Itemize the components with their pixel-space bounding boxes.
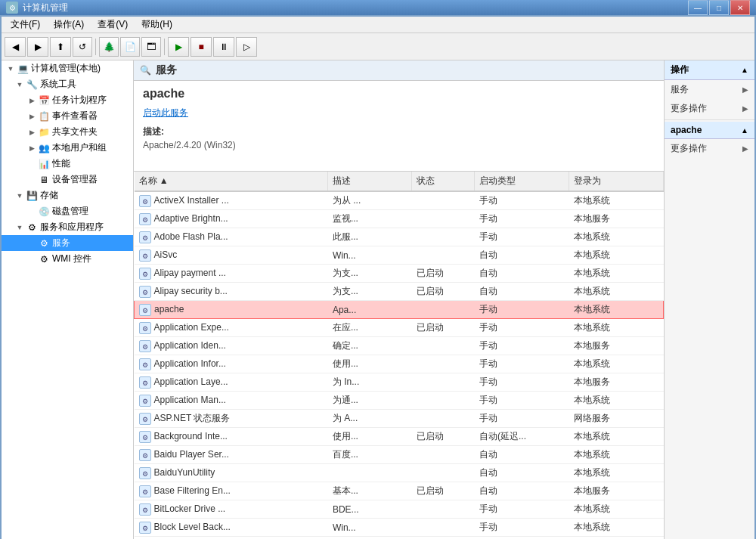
tree-item-wmi[interactable]: ⚙ WMI 控件: [2, 251, 133, 267]
stop-button[interactable]: ■: [191, 37, 212, 57]
tree-item-root[interactable]: ▼ 💻 计算机管理(本地): [2, 60, 133, 76]
system-tools-icon: 🔧: [26, 79, 38, 91]
col-status[interactable]: 状态: [412, 172, 475, 191]
show-hide-tree[interactable]: 🌲: [99, 37, 119, 57]
table-row[interactable]: ⚙Alipay payment ...为支...已启动自动本地系统: [135, 265, 664, 283]
tree-item-task-scheduler[interactable]: ▶ 📅 任务计划程序: [2, 92, 133, 108]
main-window: 文件(F) 操作(A) 查看(V) 帮助(H) ◀ ▶ ⬆ ↺ 🌲 📄 🗔 ▶ …: [0, 15, 756, 539]
service-starttype-cell: 手动: [475, 319, 569, 337]
menu-help[interactable]: 帮助(H): [135, 17, 178, 33]
table-row[interactable]: ⚙Alipay security b...为支...已启动自动本地系统: [135, 283, 664, 301]
col-desc[interactable]: 描述: [328, 172, 412, 191]
forward-button[interactable]: ▶: [27, 37, 48, 57]
menu-file[interactable]: 文件(F): [5, 17, 46, 33]
table-row[interactable]: ⚙Application Expe...在应...已启动手动本地系统: [135, 319, 664, 337]
up-button[interactable]: ⬆: [50, 37, 71, 57]
service-status-cell: 已启动: [412, 265, 475, 283]
service-name-cell: ⚙Background Inte...: [135, 428, 328, 446]
service-row-icon: ⚙: [139, 376, 151, 389]
table-row[interactable]: ⚙Application Man...为通...手动本地系统: [135, 392, 664, 410]
table-row[interactable]: ⚙Bluetooth Supp...Blue...手动本地服务: [135, 537, 664, 540]
col-starttype[interactable]: 启动类型: [475, 172, 569, 191]
minimize-button[interactable]: —: [688, 0, 708, 15]
tree-item-event-viewer[interactable]: ▶ 📋 事件查看器: [2, 108, 133, 124]
service-status-cell: [412, 446, 475, 464]
resume-button[interactable]: ▷: [236, 37, 257, 57]
service-starttype-cell: 手动: [475, 191, 569, 210]
service-name-cell: ⚙Adobe Flash Pla...: [135, 228, 328, 246]
shared-label: 共享文件夹: [52, 125, 98, 138]
service-starttype-cell: 手动: [475, 410, 569, 428]
tree-item-system-tools[interactable]: ▼ 🔧 系统工具: [2, 76, 133, 92]
service-row-icon: ⚙: [139, 322, 151, 334]
service-status-cell: [412, 246, 475, 265]
service-status-cell: [412, 191, 475, 210]
task-icon: 📅: [38, 94, 50, 107]
service-starttype-cell: 手动: [475, 537, 569, 540]
service-row-icon: ⚙: [139, 449, 151, 461]
table-row[interactable]: ⚙Application Laye...为 In...手动本地服务: [135, 373, 664, 392]
service-name-cell: ⚙apache: [135, 301, 328, 319]
col-logon[interactable]: 登录为: [569, 172, 664, 191]
table-row[interactable]: ⚙BaiduYunUtility自动本地系统: [135, 464, 664, 482]
service-logon-cell: 本地系统: [569, 392, 664, 410]
back-button[interactable]: ◀: [5, 37, 26, 57]
table-row[interactable]: ⚙ASP.NET 状态服务为 A...手动网络服务: [135, 410, 664, 428]
desc-label: 描述:: [143, 125, 655, 138]
service-desc-cell: 监视...: [328, 210, 412, 228]
menu-view[interactable]: 查看(V): [91, 17, 134, 33]
service-name-cell: ⚙Application Expe...: [135, 319, 328, 337]
right-section-apache-header: apache ▲: [665, 122, 754, 139]
menu-action[interactable]: 操作(A): [48, 17, 90, 33]
toolbar: ◀ ▶ ⬆ ↺ 🌲 📄 🗔 ▶ ■ ⏸ ▷: [2, 33, 754, 60]
service-row-icon: ⚙: [139, 268, 151, 280]
right-action-more-2[interactable]: 更多操作 ▶: [665, 139, 754, 158]
maximize-button[interactable]: □: [709, 0, 729, 15]
expand-shared: ▶: [26, 126, 38, 138]
tree-item-local-users[interactable]: ▶ 👥 本地用户和组: [2, 140, 133, 156]
tree-item-services-apps[interactable]: ▼ ⚙ 服务和应用程序: [2, 219, 133, 235]
service-starttype-cell: 手动: [475, 392, 569, 410]
table-row[interactable]: ⚙Adaptive Brightn...监视...手动本地服务: [135, 210, 664, 228]
service-logon-cell: 本地系统: [569, 265, 664, 283]
table-row[interactable]: ⚙Background Inte...使用...已启动自动(延迟...本地系统: [135, 428, 664, 446]
tree-item-disk-mgmt[interactable]: 💿 磁盘管理: [2, 203, 133, 219]
service-starttype-cell: 自动: [475, 246, 569, 265]
col-name[interactable]: 名称 ▲: [135, 172, 328, 191]
table-row[interactable]: ⚙AiSvcWin...自动本地系统: [135, 246, 664, 265]
services-arrow-icon: ▶: [742, 85, 748, 94]
table-row[interactable]: ⚙Baidu Player Ser...百度...自动本地系统: [135, 446, 664, 464]
table-row[interactable]: ⚙Application Iden...确定...手动本地服务: [135, 337, 664, 355]
table-row[interactable]: ⚙ActiveX Installer ...为从 ...手动本地系统: [135, 191, 664, 210]
table-row[interactable]: ⚙Base Filtering En...基本...已启动自动本地服务: [135, 482, 664, 500]
play-button[interactable]: ▶: [168, 37, 189, 57]
service-status-cell: [412, 392, 475, 410]
service-status-cell: 已启动: [412, 428, 475, 446]
service-logon-cell: 本地服务: [569, 337, 664, 355]
actions-chevron: ▲: [741, 66, 748, 74]
right-apache-title: apache: [671, 125, 702, 135]
table-row[interactable]: ⚙Application Infor...使用...手动本地系统: [135, 355, 664, 373]
right-action-more-1[interactable]: 更多操作 ▶: [665, 99, 754, 118]
event-icon: 📋: [38, 110, 50, 122]
table-row[interactable]: ⚙apacheApa...手动本地系统: [135, 301, 664, 319]
table-row[interactable]: ⚙Block Level Back...Win...手动本地系统: [135, 519, 664, 537]
start-service-link[interactable]: 启动此服务: [143, 107, 188, 118]
pause-button[interactable]: ⏸: [213, 37, 234, 57]
refresh-button[interactable]: ↺: [73, 37, 92, 57]
tree-item-performance[interactable]: 📊 性能: [2, 156, 133, 172]
tree-item-shared-folder[interactable]: ▶ 📁 共享文件夹: [2, 124, 133, 140]
new-window[interactable]: 🗔: [141, 37, 161, 57]
right-action-services[interactable]: 服务 ▶: [665, 80, 754, 99]
table-row[interactable]: ⚙Adobe Flash Pla...此服...手动本地系统: [135, 228, 664, 246]
tree-item-storage[interactable]: ▼ 💾 存储: [2, 187, 133, 203]
properties-button[interactable]: 📄: [120, 37, 140, 57]
service-logon-cell: 网络服务: [569, 410, 664, 428]
table-row[interactable]: ⚙BitLocker Drive ...BDE...手动本地系统: [135, 500, 664, 519]
close-button[interactable]: ✕: [730, 0, 750, 15]
tree-item-services[interactable]: ⚙ 服务: [2, 235, 133, 251]
tree-item-device-manager[interactable]: 🖥 设备管理器: [2, 172, 133, 187]
service-name-cell: ⚙Bluetooth Supp...: [135, 537, 328, 540]
services-label: 服务: [52, 237, 70, 249]
service-logon-cell: 本地系统: [569, 319, 664, 337]
